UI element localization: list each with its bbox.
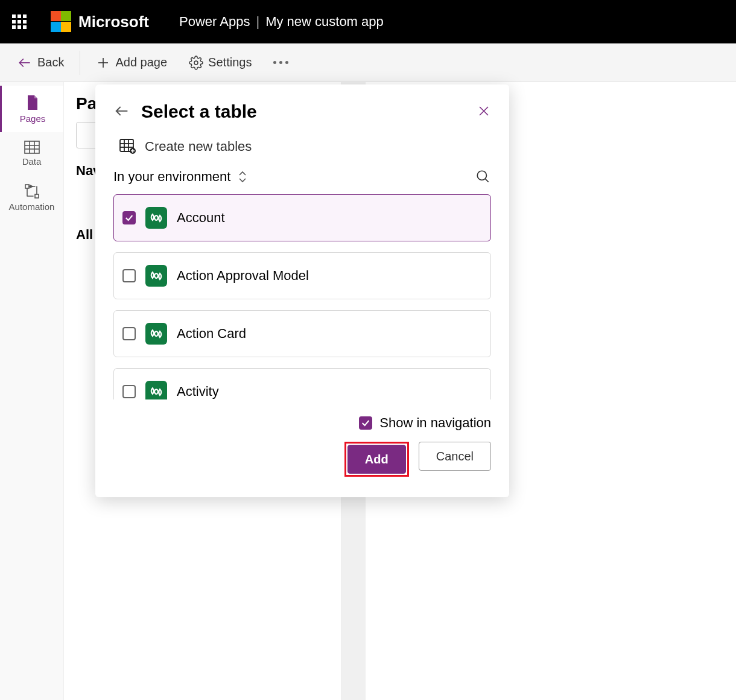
highlight-box: Add: [344, 442, 409, 477]
svg-rect-10: [35, 194, 39, 198]
show-in-navigation-option[interactable]: Show in navigation: [113, 415, 491, 431]
add-page-label: Add page: [115, 56, 167, 69]
table-plus-icon: [119, 139, 136, 154]
rail-data-label: Data: [22, 156, 42, 167]
table-item-action-approval-model[interactable]: Action Approval Model: [113, 252, 491, 299]
table-list: Account Action Approval Model Action Car…: [113, 194, 491, 399]
left-rail: Pages Data Automation: [0, 82, 64, 700]
settings-button[interactable]: Settings: [183, 52, 258, 74]
microsoft-logo-icon: [51, 11, 72, 33]
svg-rect-4: [25, 141, 39, 153]
dataverse-icon: [145, 381, 167, 399]
svg-point-23: [477, 171, 486, 180]
create-new-tables-button[interactable]: Create new tables: [113, 135, 491, 158]
rail-automation-label: Automation: [9, 202, 55, 212]
rail-automation[interactable]: Automation: [0, 175, 63, 220]
rail-pages-label: Pages: [20, 113, 46, 124]
rail-data[interactable]: Data: [0, 132, 63, 175]
table-label: Activity: [177, 384, 219, 399]
brand-label: Microsoft: [78, 13, 149, 31]
dialog-title: Select a table: [141, 101, 257, 122]
checkbox[interactable]: [122, 385, 136, 398]
table-label: Account: [177, 210, 225, 226]
svg-point-3: [194, 61, 198, 65]
app-breadcrumb: Power Apps | My new custom app: [179, 14, 384, 30]
table-label: Action Approval Model: [177, 268, 309, 284]
table-label: Action Card: [177, 326, 246, 342]
table-icon: [24, 141, 40, 154]
more-button[interactable]: [267, 61, 294, 64]
checkbox[interactable]: [359, 416, 372, 430]
back-label: Back: [37, 56, 64, 69]
checkbox[interactable]: [122, 211, 136, 224]
show-nav-label: Show in navigation: [379, 415, 491, 431]
page-icon: [25, 94, 40, 111]
table-item-account[interactable]: Account: [113, 194, 491, 241]
table-item-action-card[interactable]: Action Card: [113, 310, 491, 357]
app-title[interactable]: My new custom app: [265, 14, 384, 30]
svg-marker-11: [30, 185, 33, 188]
search-icon[interactable]: [475, 169, 491, 185]
add-page-button[interactable]: Add page: [90, 52, 173, 74]
create-new-label: Create new tables: [145, 139, 252, 154]
svg-line-24: [485, 179, 488, 182]
cancel-button[interactable]: Cancel: [419, 442, 491, 471]
app-name[interactable]: Power Apps: [179, 14, 250, 30]
checkbox[interactable]: [122, 327, 136, 340]
dataverse-icon: [145, 207, 167, 229]
back-button[interactable]: Back: [11, 51, 70, 74]
dialog-back-button[interactable]: [113, 103, 130, 121]
environment-label: In your environment: [113, 169, 230, 185]
add-button[interactable]: Add: [347, 445, 406, 474]
separator: [80, 51, 80, 75]
gear-icon: [189, 56, 203, 70]
dataverse-icon: [145, 323, 167, 345]
close-icon: [477, 104, 491, 118]
dialog-close-button[interactable]: [477, 104, 491, 120]
plus-icon: [96, 56, 110, 70]
rail-pages[interactable]: Pages: [0, 86, 63, 132]
select-table-dialog: Select a table Create new tables In your…: [95, 84, 509, 497]
table-item-activity[interactable]: Activity: [113, 368, 491, 399]
app-launcher-icon[interactable]: [12, 14, 27, 29]
dataverse-icon: [145, 265, 167, 287]
command-bar: Back Add page Settings: [0, 43, 736, 82]
arrow-left-icon: [17, 55, 33, 71]
sort-icon[interactable]: [236, 170, 249, 184]
svg-rect-9: [25, 185, 29, 188]
arrow-left-icon: [113, 103, 130, 119]
breadcrumb-separator: |: [256, 14, 259, 30]
checkbox[interactable]: [122, 269, 136, 282]
global-header: Microsoft Power Apps | My new custom app: [0, 0, 736, 43]
flow-icon: [24, 183, 40, 199]
settings-label: Settings: [208, 56, 252, 69]
